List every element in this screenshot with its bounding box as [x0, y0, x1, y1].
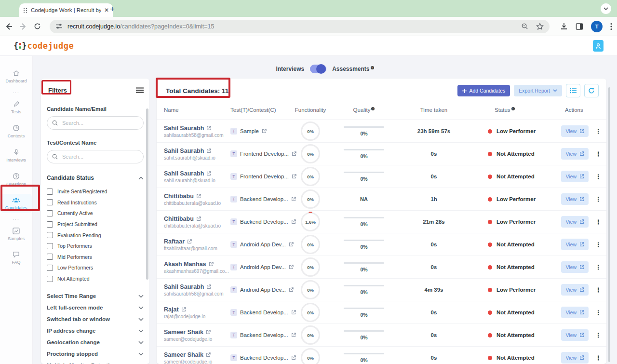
- external-link-icon[interactable]: [262, 129, 267, 134]
- download-icon[interactable]: [560, 23, 568, 30]
- row-menu-icon[interactable]: ⋮: [595, 196, 602, 203]
- browser-profile-avatar[interactable]: T: [591, 21, 603, 32]
- view-button[interactable]: View: [561, 193, 589, 205]
- chrome-menu-icon[interactable]: [610, 23, 612, 30]
- row-menu-icon[interactable]: ⋮: [595, 332, 602, 339]
- status-checkbox-row[interactable]: Evaluation Pending: [47, 229, 144, 241]
- assessments-toggle-label[interactable]: Assessmentsi: [332, 66, 374, 72]
- view-button[interactable]: View: [561, 216, 589, 228]
- col-time-taken[interactable]: Time taken: [400, 107, 468, 113]
- url-text[interactable]: recruit.codejudge.io/candidates?pageInde…: [67, 23, 516, 30]
- view-button[interactable]: View: [561, 261, 589, 273]
- row-menu-icon[interactable]: ⋮: [595, 264, 602, 271]
- candidate-name-link[interactable]: Sameer Shaik: [164, 329, 203, 336]
- candidate-name-link[interactable]: Chittibabu: [164, 216, 194, 222]
- external-link-icon[interactable]: [206, 171, 211, 176]
- filter-section-geolocation-change[interactable]: Geolocation change: [47, 337, 144, 348]
- status-checkbox-row[interactable]: Project Submitted: [47, 219, 144, 230]
- col-actions[interactable]: Actions: [550, 107, 606, 113]
- reload-icon[interactable]: [34, 23, 41, 30]
- checkbox[interactable]: [47, 265, 53, 271]
- col-functionality[interactable]: Functionality: [293, 107, 328, 113]
- view-button[interactable]: View: [561, 239, 589, 250]
- candidate-name-link[interactable]: Raftaar: [164, 238, 185, 245]
- view-button[interactable]: View: [561, 329, 589, 341]
- checkbox[interactable]: [47, 276, 53, 282]
- filter-section-left-full-screen-mode[interactable]: Left full-screen mode: [47, 302, 144, 313]
- filter-section-proctoring-stopped[interactable]: Proctoring stopped: [47, 348, 144, 360]
- side-panel-icon[interactable]: [576, 23, 583, 30]
- tab-close-icon[interactable]: ✕: [104, 7, 109, 13]
- browser-tab[interactable]: Codejudge Work | Recruit by ✕: [19, 3, 113, 17]
- candidate-name-link[interactable]: Sahil Saurabh: [164, 125, 204, 132]
- add-candidates-button[interactable]: Add Candidates: [457, 85, 510, 96]
- status-checkbox-row[interactable]: Currently Active: [47, 208, 144, 219]
- status-checkbox-row[interactable]: Read Instructions: [47, 197, 144, 208]
- col-quality[interactable]: Qualityi: [328, 107, 400, 113]
- interviews-assessments-toggle[interactable]: [310, 65, 326, 73]
- forward-icon[interactable]: [19, 23, 27, 30]
- external-link-icon[interactable]: [209, 262, 214, 267]
- status-checkbox-row[interactable]: Invite Sent/Registered: [47, 186, 144, 197]
- candidate-name-link[interactable]: Sahil Saurabh: [164, 170, 204, 177]
- checkbox[interactable]: [47, 243, 53, 249]
- row-menu-icon[interactable]: ⋮: [595, 150, 602, 158]
- candidate-name-link[interactable]: Chittibabu: [164, 193, 194, 200]
- filters-menu-icon[interactable]: [136, 87, 144, 93]
- sidebar-item-contests[interactable]: Contests: [1, 121, 32, 141]
- back-icon[interactable]: [5, 23, 13, 30]
- checkbox[interactable]: [47, 232, 53, 238]
- external-link-icon[interactable]: [206, 126, 211, 131]
- checkbox[interactable]: [47, 210, 53, 216]
- new-tab-button[interactable]: +: [110, 4, 115, 14]
- status-checkbox-row[interactable]: Low Performers: [47, 262, 144, 273]
- checkbox[interactable]: [47, 254, 53, 260]
- view-button[interactable]: View: [561, 284, 589, 296]
- external-link-icon[interactable]: [196, 216, 201, 221]
- external-link-icon[interactable]: [181, 307, 186, 312]
- checkbox[interactable]: [47, 199, 53, 205]
- external-link-icon[interactable]: [206, 330, 211, 335]
- url-bar[interactable]: recruit.codejudge.io/candidates?pageInde…: [50, 20, 550, 33]
- row-menu-icon[interactable]: ⋮: [595, 286, 602, 294]
- filter-section-ip-address-change[interactable]: IP address change: [47, 325, 144, 337]
- row-menu-icon[interactable]: ⋮: [595, 241, 602, 248]
- candidate-name-link[interactable]: Sahil Saurabh: [164, 283, 204, 290]
- view-button[interactable]: View: [561, 307, 589, 318]
- search-input[interactable]: [61, 153, 131, 160]
- sidebar-item-faq[interactable]: FAQ: [1, 248, 32, 268]
- view-button[interactable]: View: [561, 148, 589, 160]
- user-avatar-button[interactable]: [593, 40, 604, 52]
- candidate-name-link[interactable]: Sahil Saurabh: [164, 148, 204, 154]
- candidate-name-link[interactable]: Rajat: [164, 306, 179, 313]
- refresh-icon[interactable]: [584, 84, 599, 97]
- bookmark-star-icon[interactable]: [536, 23, 544, 30]
- zoom-icon[interactable]: [521, 23, 528, 30]
- export-report-button[interactable]: Export Report: [514, 85, 562, 96]
- view-button[interactable]: View: [561, 125, 589, 137]
- search-input[interactable]: [61, 120, 131, 126]
- view-button[interactable]: View: [561, 171, 589, 182]
- sidebar-item-dashboard[interactable]: Dashboard: [1, 67, 32, 86]
- row-menu-icon[interactable]: ⋮: [595, 173, 602, 180]
- filter-section-multiple-monitor-detection[interactable]: Multiple Monitor Detection: [47, 360, 144, 364]
- external-link-icon[interactable]: [196, 194, 201, 199]
- status-checkbox-row[interactable]: Top Performers: [47, 241, 144, 252]
- candidate-name-link[interactable]: Sameer Shaik: [164, 351, 203, 358]
- status-checkbox-row[interactable]: Not Attempted: [47, 273, 144, 284]
- sidebar-item-tests[interactable]: Tests: [1, 98, 32, 117]
- filter-section-select-time-range[interactable]: Select Time Range: [47, 290, 144, 302]
- sidebar-item-interviews[interactable]: Interviews: [1, 146, 32, 165]
- tab-search-chevron-icon[interactable]: [601, 3, 611, 14]
- checkbox[interactable]: [47, 189, 53, 195]
- view-button[interactable]: View: [561, 352, 589, 364]
- candidate-name-link[interactable]: Akash Manhas: [164, 261, 206, 268]
- candidate-status-section-header[interactable]: Candidate Status: [47, 175, 144, 181]
- external-link-icon[interactable]: [206, 148, 211, 153]
- page-scrollbar[interactable]: [608, 87, 610, 362]
- row-menu-icon[interactable]: ⋮: [595, 218, 602, 226]
- sidebar-item-candidates[interactable]: Candidates: [1, 194, 32, 213]
- external-link-icon[interactable]: [187, 239, 192, 244]
- sidebar-item-samples[interactable]: Samples: [1, 225, 32, 244]
- sidebar-item-questions[interactable]: Questions: [1, 170, 32, 189]
